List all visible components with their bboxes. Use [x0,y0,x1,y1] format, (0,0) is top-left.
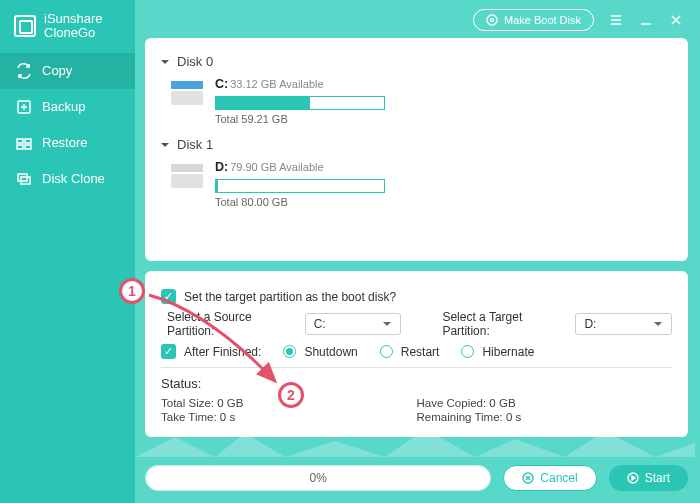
status-have-copied: Have Copied: 0 GB [417,397,673,409]
nav-copy[interactable]: Copy [0,53,135,89]
cancel-label: Cancel [540,471,577,485]
sync-icon [16,63,32,79]
start-button[interactable]: Start [609,465,688,491]
target-partition-select[interactable]: D: [575,313,672,335]
nav-restore-label: Restore [42,135,88,150]
svg-rect-2 [25,139,31,143]
boot-btn-label: Make Boot Disk [504,14,581,26]
menu-icon[interactable] [608,13,624,27]
disk0-row[interactable]: C:33.12 GB Available Total 59.21 GB [171,77,674,125]
brand-line1: iSunshare [44,12,103,26]
disc-icon [486,14,498,26]
close-icon[interactable] [668,13,684,27]
disk1-row[interactable]: D:79.90 GB Available Total 80.00 GB [171,160,674,208]
svg-point-7 [487,15,497,25]
source-partition-select[interactable]: C: [305,313,402,335]
svg-rect-1 [17,139,23,143]
nav-diskclone-label: Disk Clone [42,171,105,186]
chevron-down-icon [653,319,663,329]
diskclone-icon [16,171,32,187]
disk0-header[interactable]: Disk 0 [159,54,674,69]
svg-rect-3 [17,145,23,149]
chevron-down-icon [159,56,171,68]
cancel-button[interactable]: Cancel [503,465,596,491]
progress-label: 0% [309,471,326,485]
start-label: Start [645,471,670,485]
callout-1: 1 [119,278,145,304]
chevron-down-icon [159,139,171,151]
backup-icon [16,99,32,115]
disks-panel: Disk 0 C:33.12 GB Available Total 59.21 … [145,38,688,261]
callout-2: 2 [278,382,304,408]
play-icon [627,472,639,484]
cancel-icon [522,472,534,484]
sidebar: iSunshare CloneGo Copy Backup Restore Di… [0,0,135,503]
disk1-usage-bar [215,179,385,193]
windows-drive-icon [171,81,203,107]
radio-restart[interactable] [380,345,393,358]
chevron-down-icon [382,319,392,329]
logo-icon [14,15,36,37]
svg-point-8 [490,19,493,22]
minimize-icon[interactable] [638,13,654,27]
nav-backup-label: Backup [42,99,85,114]
status-take-time: Take Time: 0 s [161,411,417,423]
radio-hibernate-label: Hibernate [482,345,534,359]
disk1-header[interactable]: Disk 1 [159,137,674,152]
disk0-usage-bar [215,96,385,110]
nav-diskclone[interactable]: Disk Clone [0,161,135,197]
nav-copy-label: Copy [42,63,72,78]
status-remaining: Remaining Time: 0 s [417,411,673,423]
annotation-arrow [147,291,287,401]
make-boot-disk-button[interactable]: Make Boot Disk [473,9,594,31]
target-partition-label: Select a Target Partition: [442,310,567,338]
titlebar: Make Boot Disk [135,0,700,40]
progress-bar: 0% [145,465,491,491]
radio-shutdown-label: Shutdown [304,345,357,359]
brand-line2: CloneGo [44,26,103,40]
bottom-bar: 0% Cancel Start [145,465,688,491]
nav-backup[interactable]: Backup [0,89,135,125]
svg-rect-4 [25,145,31,149]
restore-icon [16,135,32,151]
radio-hibernate[interactable] [461,345,474,358]
app-logo: iSunshare CloneGo [0,0,135,53]
radio-restart-label: Restart [401,345,440,359]
nav-restore[interactable]: Restore [0,125,135,161]
drive-icon [171,164,203,190]
